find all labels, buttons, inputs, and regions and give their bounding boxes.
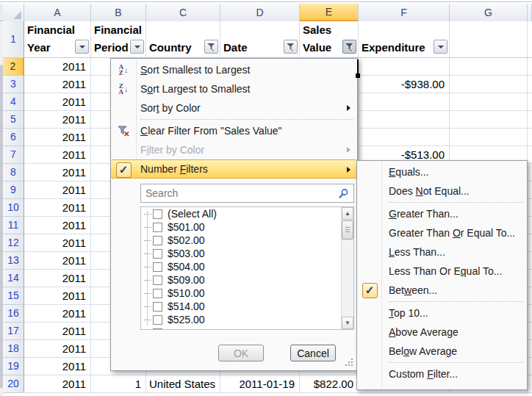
submenu-item-between[interactable]: ✓Between... [357, 281, 527, 300]
cell-G3[interactable] [450, 76, 528, 93]
cell-A12[interactable]: 2011 [24, 234, 91, 252]
checkbox-icon[interactable] [153, 223, 162, 232]
filter-dropdown-button-financial-year[interactable] [75, 40, 89, 54]
submenu-item-does-not-equal[interactable]: Does Not Equal... [357, 181, 527, 201]
row-header-4[interactable]: 4 [3, 93, 24, 111]
filter-value-item[interactable]: $514.00 [141, 300, 353, 313]
row-header-6[interactable]: 6 [3, 129, 24, 146]
header-cell-expenditure[interactable]: Expenditure [359, 21, 450, 58]
cell-A10[interactable]: 2011 [24, 199, 91, 217]
filter-value-item[interactable]: $502.00 [141, 234, 353, 247]
scrollbar-thumb[interactable] [342, 220, 353, 240]
menu-item-number-filters[interactable]: ✓Number Filters [111, 159, 357, 179]
cell-G2[interactable] [450, 58, 528, 76]
row-header-16[interactable]: 16 [3, 305, 24, 323]
menu-resize-grip[interactable] [345, 359, 354, 367]
active-cell-fill-handle[interactable] [356, 73, 360, 78]
row-header-11[interactable]: 11 [3, 217, 24, 234]
row-header-9[interactable]: 9 [3, 181, 24, 199]
cell-B20[interactable]: 1 [91, 375, 146, 393]
header-cell-date[interactable]: Date [220, 21, 300, 58]
cell-A9[interactable]: 2011 [24, 181, 91, 199]
column-header-F[interactable]: F [359, 4, 450, 21]
cell-F4[interactable] [359, 93, 450, 111]
search-input[interactable] [145, 187, 338, 199]
cell-A17[interactable]: 2011 [24, 323, 91, 340]
cell-F5[interactable] [359, 111, 450, 129]
cell-F6[interactable] [359, 129, 450, 146]
row-header-14[interactable]: 14 [3, 270, 24, 287]
row-header-12[interactable]: 12 [3, 234, 24, 252]
cell-A18[interactable]: 2011 [24, 340, 91, 358]
cell-A20[interactable]: 2011 [24, 375, 91, 393]
row-header-2[interactable]: 2 [3, 58, 24, 76]
cell-A3[interactable]: 2011 [24, 76, 91, 93]
row-header-17[interactable]: 17 [3, 323, 24, 340]
row-header-15[interactable]: 15 [3, 287, 24, 305]
cell-G5[interactable] [450, 111, 528, 129]
checkbox-icon[interactable] [153, 262, 162, 272]
filter-dropdown-button-expenditure[interactable] [434, 40, 447, 54]
filter-value-item[interactable]: $501.00 [141, 220, 353, 234]
cancel-button[interactable]: Cancel [290, 345, 336, 361]
filter-value-item[interactable]: $525.00 [141, 313, 353, 326]
cell-A2[interactable]: 2011 [24, 58, 91, 76]
menu-item-sort-by-color[interactable]: Sort by Color [111, 98, 357, 118]
header-cell-financial-period[interactable]: Financial Period [91, 21, 146, 58]
submenu-item-greater-than-or-equal-to[interactable]: Greater Than Or Equal To... [357, 223, 527, 242]
submenu-item-equals[interactable]: Equals... [357, 162, 527, 181]
cell-D20[interactable]: 2011-01-19 [220, 375, 300, 393]
cell-A11[interactable]: 2011 [24, 217, 91, 234]
row-header-13[interactable]: 13 [3, 252, 24, 270]
cell-A4[interactable]: 2011 [24, 93, 91, 111]
cell-A6[interactable]: 2011 [24, 129, 91, 146]
checkbox-icon[interactable] [153, 315, 162, 325]
cell-F2[interactable] [359, 58, 450, 76]
menu-item-sort-largest-to-smallest[interactable]: ZA↓Sort Largest to Smallest [111, 79, 357, 98]
row-header-1[interactable]: 1 [3, 21, 24, 58]
checkbox-icon[interactable] [153, 209, 162, 219]
filter-value-item[interactable]: $510.00 [141, 287, 353, 300]
filter-value-item[interactable]: $503.00 [141, 247, 353, 260]
filter-value-item[interactable] [141, 326, 353, 330]
submenu-item-top-10[interactable]: Top 10... [357, 303, 527, 323]
row-header-3[interactable]: 3 [3, 76, 24, 93]
cell-C20[interactable]: United States [146, 375, 220, 393]
filter-funnel-button-country[interactable] [204, 40, 218, 54]
submenu-item-above-average[interactable]: Above Average [357, 323, 527, 342]
cell-G6[interactable] [450, 129, 528, 146]
row-header-18[interactable]: 18 [3, 340, 24, 358]
column-header-A[interactable]: A [24, 4, 91, 21]
cell-A19[interactable]: 2011 [24, 358, 91, 375]
scroll-up-button[interactable]: ▲ [342, 207, 353, 220]
row-header-5[interactable]: 5 [3, 111, 24, 129]
filter-dropdown-button-financial-period[interactable] [130, 40, 144, 54]
header-cell-sales-value[interactable]: Sales Value [300, 21, 359, 58]
menu-item-clear-filter[interactable]: Clear Filter From "Sales Value" [111, 121, 357, 140]
row-header-8[interactable]: 8 [3, 164, 24, 181]
filter-funnel-button-date[interactable] [284, 40, 298, 54]
cell-A7[interactable]: 2011 [24, 146, 91, 164]
filter-value-item[interactable]: $504.00 [141, 260, 353, 273]
checkbox-icon[interactable] [153, 236, 162, 245]
filter-value-item[interactable]: $509.00 [141, 273, 353, 287]
checkbox-icon[interactable] [153, 249, 162, 259]
header-cell-financial-year[interactable]: Financial Year [24, 21, 91, 58]
select-all-corner[interactable] [3, 4, 24, 21]
submenu-item-less-than[interactable]: Less Than... [357, 242, 527, 262]
column-header-D[interactable]: D [220, 4, 300, 21]
column-header-C[interactable]: C [146, 4, 220, 21]
cell-G4[interactable] [450, 93, 528, 111]
cell-A13[interactable]: 2011 [24, 252, 91, 270]
header-cell-empty-g[interactable] [450, 21, 528, 58]
row-header-10[interactable]: 10 [3, 199, 24, 217]
row-header-20[interactable]: 20 [3, 375, 24, 393]
filter-value-item[interactable]: (Select All) [141, 207, 353, 220]
column-header-E-selected[interactable]: E [300, 4, 359, 21]
filter-funnel-button-sales-value-open[interactable] [342, 40, 356, 54]
cell-A16[interactable]: 2011 [24, 305, 91, 323]
cell-A14[interactable]: 2011 [24, 270, 91, 287]
submenu-item-less-than-or-equal-to[interactable]: Less Than Or Equal To... [357, 262, 527, 281]
list-scrollbar[interactable]: ▲ ▼ [341, 207, 353, 329]
cell-A15[interactable]: 2011 [24, 287, 91, 305]
